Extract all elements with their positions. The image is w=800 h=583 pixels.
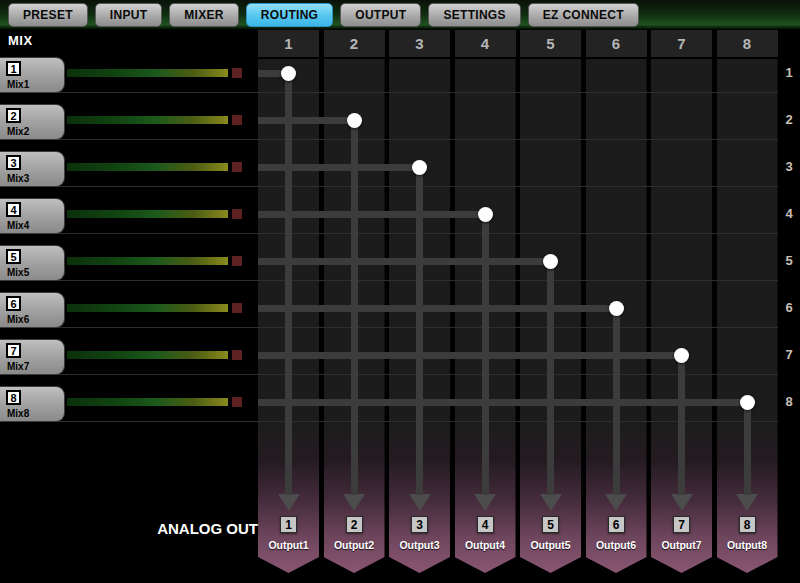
row-separator (0, 280, 778, 281)
arrow-down-icon (540, 494, 562, 511)
routing-hline (258, 305, 616, 312)
output-badge-number-3: 3 (411, 516, 428, 533)
level-meter (67, 210, 228, 218)
level-meter (67, 69, 228, 77)
top-nav: PRESETINPUTMIXERROUTINGOUTPUTSETTINGSEZ … (0, 0, 800, 30)
output-badge-label-5: Output5 (520, 539, 581, 551)
tab-settings[interactable]: SETTINGS (428, 3, 520, 27)
tab-preset[interactable]: PRESET (8, 3, 88, 27)
row-label-1: 1 (778, 64, 800, 82)
mix-section-title: MIX (8, 33, 33, 48)
mix-channel-number: 4 (6, 202, 21, 217)
mix-channel-2[interactable]: 2Mix2 (0, 104, 65, 140)
routing-dot-mix1-out1[interactable] (281, 66, 296, 81)
routing-vline (547, 261, 554, 495)
output-badge-label-4: Output4 (455, 539, 516, 551)
routing-hline (258, 258, 551, 265)
level-meter (67, 257, 228, 265)
output-badge-label-8: Output8 (717, 539, 778, 551)
row-label-7: 7 (778, 346, 800, 364)
mix-channel-5[interactable]: 5Mix5 (0, 245, 65, 281)
mix-channel-1[interactable]: 1Mix1 (0, 57, 65, 93)
row-separator (0, 233, 778, 234)
analog-out-label: ANALOG OUT (96, 520, 258, 537)
routing-vline (285, 73, 292, 495)
routing-dot-mix6-out6[interactable] (609, 301, 624, 316)
mix-channel-number: 7 (6, 343, 21, 358)
row-label-4: 4 (778, 205, 800, 223)
level-meter (67, 398, 228, 406)
routing-dot-mix4-out4[interactable] (478, 207, 493, 222)
row-label-8: 8 (778, 393, 800, 411)
arrow-down-icon (409, 494, 431, 511)
mix-channel-label: Mix3 (7, 173, 29, 184)
output-badge-label-6: Output6 (586, 539, 647, 551)
arrow-down-icon (278, 494, 300, 511)
routing-vline (678, 355, 685, 495)
row-label-5: 5 (778, 252, 800, 270)
level-meter (67, 351, 228, 359)
mix-channel-label: Mix7 (7, 361, 29, 372)
row-label-6: 6 (778, 299, 800, 317)
mix-channel-label: Mix5 (7, 267, 29, 278)
output-badge-number-1: 1 (280, 516, 297, 533)
routing-hline (258, 352, 682, 359)
column-header-6: 6 (586, 30, 647, 57)
mix-channel-label: Mix4 (7, 220, 29, 231)
tab-routing[interactable]: ROUTING (246, 3, 333, 27)
mix-channel-number: 8 (6, 390, 21, 405)
arrow-down-icon (736, 494, 758, 511)
peak-indicator (232, 303, 242, 313)
column-header-3: 3 (389, 30, 450, 57)
tab-input[interactable]: INPUT (95, 3, 163, 27)
peak-indicator (232, 256, 242, 266)
output-badge-label-7: Output7 (651, 539, 712, 551)
row-separator (0, 186, 778, 187)
routing-hline (258, 164, 420, 171)
column-header-4: 4 (455, 30, 516, 57)
peak-indicator (232, 209, 242, 219)
level-meter (67, 163, 228, 171)
output-badge-number-2: 2 (346, 516, 363, 533)
output-badge-number-7: 7 (673, 516, 690, 533)
mix-channel-label: Mix1 (7, 79, 29, 90)
mix-channel-number: 2 (6, 108, 21, 123)
mix-channel-number: 6 (6, 296, 21, 311)
mix-channel-7[interactable]: 7Mix7 (0, 339, 65, 375)
column-header-2: 2 (324, 30, 385, 57)
mix-channel-label: Mix8 (7, 408, 29, 419)
row-separator (0, 139, 778, 140)
arrow-down-icon (343, 494, 365, 511)
arrow-down-icon (474, 494, 496, 511)
tab-output[interactable]: OUTPUT (340, 3, 421, 27)
peak-indicator (232, 68, 242, 78)
mix-channel-label: Mix6 (7, 314, 29, 325)
output-badge-number-5: 5 (542, 516, 559, 533)
routing-dot-mix7-out7[interactable] (674, 348, 689, 363)
routing-hline (258, 211, 485, 218)
tab-ez-connect[interactable]: EZ CONNECT (528, 3, 639, 27)
peak-indicator (232, 162, 242, 172)
column-header-5: 5 (520, 30, 581, 57)
mix-channel-8[interactable]: 8Mix8 (0, 386, 65, 422)
routing-dot-mix3-out3[interactable] (412, 160, 427, 175)
routing-dot-mix2-out2[interactable] (347, 113, 362, 128)
tab-mixer[interactable]: MIXER (169, 3, 239, 27)
mix-channel-3[interactable]: 3Mix3 (0, 151, 65, 187)
routing-screen: PRESETINPUTMIXERROUTINGOUTPUTSETTINGSEZ … (0, 0, 800, 583)
arrow-down-icon (605, 494, 627, 511)
routing-dot-mix8-out8[interactable] (740, 395, 755, 410)
row-label-3: 3 (778, 158, 800, 176)
routing-dot-mix5-out5[interactable] (543, 254, 558, 269)
output-badge-label-2: Output2 (324, 539, 385, 551)
mix-channel-number: 1 (6, 61, 21, 76)
mix-channel-6[interactable]: 6Mix6 (0, 292, 65, 328)
routing-hline (258, 399, 747, 406)
row-separator (0, 327, 778, 328)
mix-channel-4[interactable]: 4Mix4 (0, 198, 65, 234)
mix-channel-number: 5 (6, 249, 21, 264)
output-badge-label-3: Output3 (389, 539, 450, 551)
row-label-2: 2 (778, 111, 800, 129)
row-separator (0, 421, 778, 422)
mix-channel-label: Mix2 (7, 126, 29, 137)
